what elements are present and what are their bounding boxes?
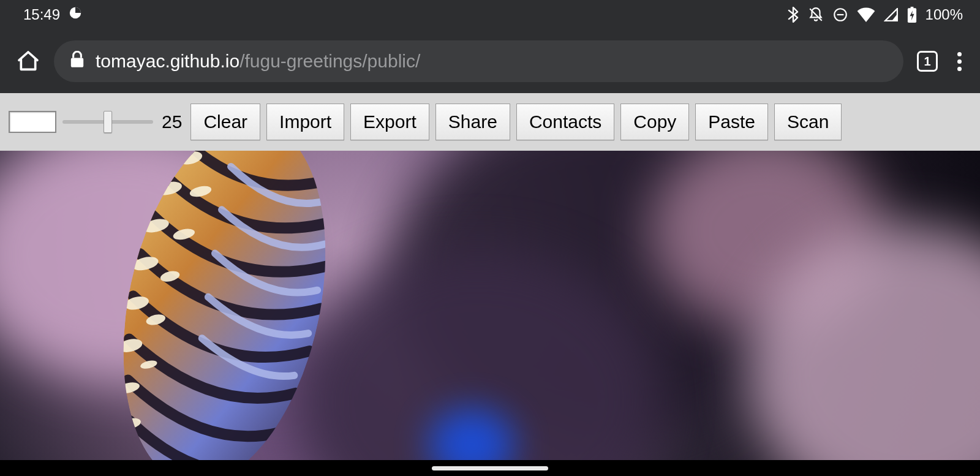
url-path: /fugu-greetings/public/ — [239, 51, 420, 72]
battery-percentage: 100% — [925, 6, 963, 23]
address-bar[interactable]: tomayac.github.io/fugu-greetings/public/ — [54, 40, 903, 82]
export-button[interactable]: Export — [350, 104, 429, 140]
tab-count-value: 1 — [924, 55, 930, 69]
browser-toolbar: tomayac.github.io/fugu-greetings/public/… — [0, 29, 980, 93]
lock-icon — [70, 51, 85, 72]
do-not-disturb-icon — [832, 7, 848, 23]
tab-switcher-button[interactable]: 1 — [917, 51, 938, 72]
svg-rect-5 — [910, 7, 913, 9]
bluetooth-icon — [787, 7, 799, 23]
dnd-off-icon — [808, 7, 824, 23]
clock: 15:49 — [23, 6, 60, 23]
paste-button[interactable]: Paste — [695, 104, 768, 140]
clear-button[interactable]: Clear — [190, 104, 260, 140]
nav-gesture-pill[interactable] — [432, 466, 548, 470]
browser-menu-button[interactable] — [951, 48, 968, 75]
contacts-button[interactable]: Contacts — [516, 104, 614, 140]
brush-size-value: 25 — [162, 111, 182, 132]
cellular-icon — [884, 8, 899, 21]
app-indicator-icon — [69, 6, 82, 23]
android-nav-bar — [0, 460, 980, 476]
import-button[interactable]: Import — [266, 104, 344, 140]
status-right: 100% — [787, 6, 963, 23]
copy-button[interactable]: Copy — [620, 104, 689, 140]
slider-thumb[interactable] — [104, 111, 112, 133]
home-button[interactable] — [16, 49, 40, 74]
battery-icon — [907, 7, 917, 23]
share-button[interactable]: Share — [435, 104, 510, 140]
url-text: tomayac.github.io/fugu-greetings/public/ — [96, 51, 420, 72]
color-picker[interactable] — [9, 111, 56, 133]
url-host: tomayac.github.io — [96, 51, 239, 72]
svg-rect-6 — [71, 58, 83, 67]
android-status-bar: 15:49 100% — [0, 0, 980, 29]
drawing-canvas[interactable] — [0, 151, 980, 460]
status-left: 15:49 — [23, 6, 82, 23]
scan-button[interactable]: Scan — [774, 104, 842, 140]
wifi-icon — [857, 7, 875, 22]
brush-size-slider[interactable] — [62, 111, 153, 133]
app-toolbar: 25 Clear Import Export Share Contacts Co… — [0, 93, 980, 151]
